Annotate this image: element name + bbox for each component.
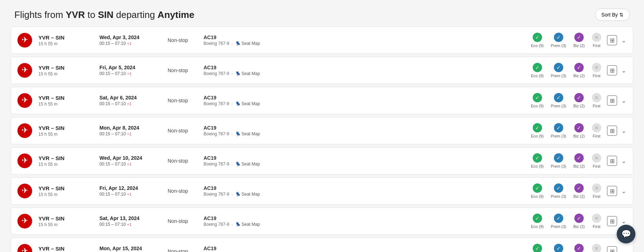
expand-button[interactable]: ⊞ — [607, 95, 617, 106]
first-check: ✕ — [592, 63, 601, 72]
biz-check: ✓ — [574, 153, 584, 163]
chevron-down-button[interactable]: ⌄ — [620, 67, 627, 74]
seat-icon: 💺 — [235, 222, 241, 227]
flight-code: AC19 Boeing 787-9 · 💺 Seat Map — [204, 246, 268, 252]
eco-check: ✓ — [533, 33, 542, 42]
plus-days: +1 — [127, 222, 132, 227]
chevron-down-icon: ⌄ — [621, 37, 626, 44]
cabin-options: ✓ Eco (9) ✓ Prem (3) ✓ Biz (2) ✕ First — [531, 93, 601, 108]
airline-logo: ✈ — [17, 32, 33, 48]
expand-button[interactable]: ⊞ — [607, 186, 617, 196]
chevron-down-button[interactable]: ⌄ — [620, 37, 627, 44]
plus-days: +1 — [127, 192, 132, 196]
prem-cabin: ✓ Prem (3) — [551, 183, 566, 199]
chevron-down-button[interactable]: ⌄ — [620, 187, 627, 195]
flight-date: Fri, Apr 5, 2024 00:15 – 07:10 +1 — [99, 65, 168, 76]
flight-stop: Non-stop — [168, 128, 204, 134]
seat-map-link[interactable]: 💺 Seat Map — [235, 162, 260, 167]
prem-cabin: ✓ Prem (3) — [551, 33, 566, 48]
biz-cabin: ✓ Biz (2) — [573, 153, 585, 168]
flight-info: YVR – SIN 15 h 55 m — [38, 215, 99, 227]
first-cabin: ✕ First — [592, 153, 601, 168]
plus-icon: ⊞ — [610, 218, 615, 225]
flight-duration: 15 h 55 m — [38, 71, 99, 76]
expand-button[interactable]: ⊞ — [607, 126, 617, 136]
flight-time: 00:15 – 07:10 +1 — [99, 131, 168, 136]
expand-button[interactable]: ⊞ — [607, 246, 617, 252]
seat-map-link[interactable]: 💺 Seat Map — [235, 131, 260, 136]
prem-check: ✓ — [554, 93, 563, 102]
chevron-down-button[interactable]: ⌄ — [620, 127, 627, 134]
chevron-down-icon: ⌄ — [621, 188, 626, 195]
flight-route: YVR – SIN — [38, 65, 99, 71]
flight-code-main: AC19 — [204, 215, 268, 221]
expand-button[interactable]: ⊞ — [607, 35, 617, 45]
cabin-options: ✓ Eco (9) ✓ Prem (3) ✓ Biz (2) ✕ First — [531, 183, 601, 199]
flight-aircraft: Boeing 787-9 · 💺 Seat Map — [204, 41, 268, 46]
prem-label: Prem (3) — [551, 224, 566, 229]
prem-check: ✓ — [554, 63, 563, 72]
prem-label: Prem (3) — [551, 164, 566, 168]
seat-map-link[interactable]: 💺 Seat Map — [235, 222, 260, 227]
flight-date-main: Sat, Apr 6, 2024 — [99, 95, 168, 101]
seat-map-link[interactable]: 💺 Seat Map — [235, 41, 260, 46]
plus-days: +1 — [127, 132, 132, 136]
prem-check: ✓ — [554, 214, 563, 223]
flight-route: YVR – SIN — [38, 215, 99, 221]
biz-cabin: ✓ Biz (2) — [573, 63, 585, 78]
eco-cabin: ✓ Eco (9) — [531, 123, 543, 138]
eco-label: Eco (9) — [531, 134, 543, 138]
flight-row: ✈ YVR – SIN 15 h 55 m Fri, Apr 12, 2024 … — [11, 177, 633, 205]
flight-stop: Non-stop — [168, 67, 204, 73]
chevron-down-button[interactable]: ⌄ — [620, 218, 627, 225]
flight-duration: 15 h 55 m — [38, 41, 99, 46]
eco-check: ✓ — [533, 244, 542, 252]
airline-logo: ✈ — [17, 62, 33, 78]
seat-map-link[interactable]: 💺 Seat Map — [235, 71, 260, 76]
first-check: ✕ — [592, 93, 601, 102]
biz-check: ✓ — [574, 63, 584, 72]
biz-check: ✓ — [574, 123, 584, 132]
seat-icon: 💺 — [235, 192, 241, 197]
eco-cabin: ✓ Eco (9) — [531, 93, 543, 108]
chevron-down-button[interactable]: ⌄ — [620, 248, 627, 252]
flight-aircraft: Boeing 787-9 · 💺 Seat Map — [204, 162, 268, 167]
expand-button[interactable]: ⊞ — [607, 65, 617, 75]
flight-duration: 15 h 55 m — [38, 222, 99, 227]
row-actions: ⊞ ⌄ — [607, 35, 627, 45]
chevron-down-icon: ⌄ — [621, 218, 626, 225]
chat-button[interactable]: 💬 — [617, 225, 635, 243]
flight-date: Fri, Apr 12, 2024 00:15 – 07:10 +1 — [99, 185, 168, 197]
flight-row: ✈ YVR – SIN 15 h 55 m Wed, Apr 10, 2024 … — [11, 147, 633, 174]
airline-logo: ✈ — [17, 153, 33, 169]
biz-check: ✓ — [574, 33, 584, 42]
seat-map-link[interactable]: 💺 Seat Map — [235, 192, 260, 197]
chevron-down-button[interactable]: ⌄ — [620, 157, 627, 164]
flight-route: YVR – SIN — [38, 125, 99, 131]
eco-label: Eco (9) — [531, 224, 543, 229]
flight-code-main: AC19 — [204, 125, 268, 131]
flight-code-main: AC19 — [204, 246, 268, 251]
chevron-down-button[interactable]: ⌄ — [620, 97, 627, 104]
airline-logo: ✈ — [17, 93, 33, 108]
eco-label: Eco (9) — [531, 43, 543, 48]
flight-stop: Non-stop — [168, 158, 204, 164]
cabin-options: ✓ Eco (9) ✓ Prem (3) ✓ Biz (2) ✕ First — [531, 33, 601, 48]
expand-button[interactable]: ⊞ — [607, 156, 617, 166]
flight-date-main: Mon, Apr 15, 2024 — [99, 246, 168, 251]
eco-check: ✓ — [533, 93, 542, 102]
eco-check: ✓ — [533, 153, 542, 163]
flight-duration: 15 h 55 m — [38, 192, 99, 197]
flight-duration: 15 h 55 m — [38, 162, 99, 167]
expand-button[interactable]: ⊞ — [607, 216, 617, 226]
flight-code-main: AC19 — [204, 185, 268, 191]
flight-code: AC19 Boeing 787-9 · 💺 Seat Map — [204, 125, 268, 136]
svg-text:✈: ✈ — [22, 186, 28, 195]
sort-by-button[interactable]: Sort By ⇅ — [595, 9, 630, 21]
flight-aircraft: Boeing 787-9 · 💺 Seat Map — [204, 101, 268, 106]
cabin-options: ✓ Eco (9) ✓ Prem (3) ✓ Biz (1) ✕ First — [531, 244, 601, 252]
flight-row: ✈ YVR – SIN 15 h 55 m Sat, Apr 6, 2024 0… — [11, 87, 633, 114]
flight-stop: Non-stop — [168, 98, 204, 103]
seat-map-link[interactable]: 💺 Seat Map — [235, 101, 260, 106]
first-check: ✕ — [592, 214, 601, 223]
